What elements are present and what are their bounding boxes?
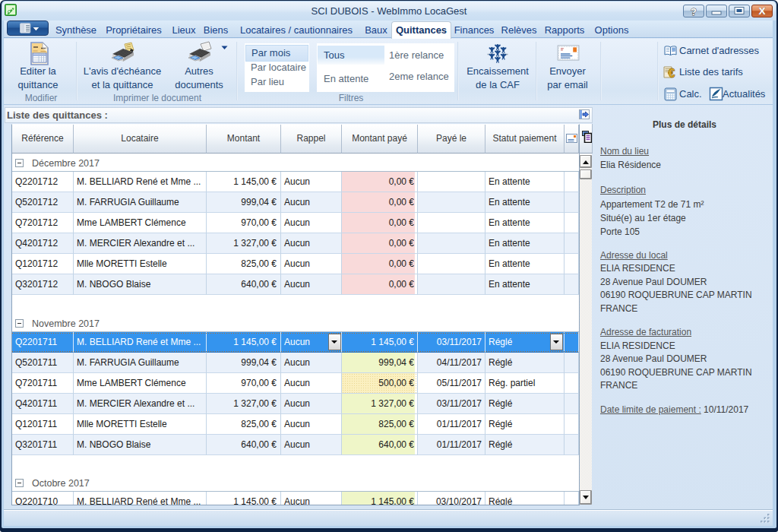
svg-text:?: ? xyxy=(691,6,697,17)
svg-text:X: X xyxy=(758,5,765,17)
